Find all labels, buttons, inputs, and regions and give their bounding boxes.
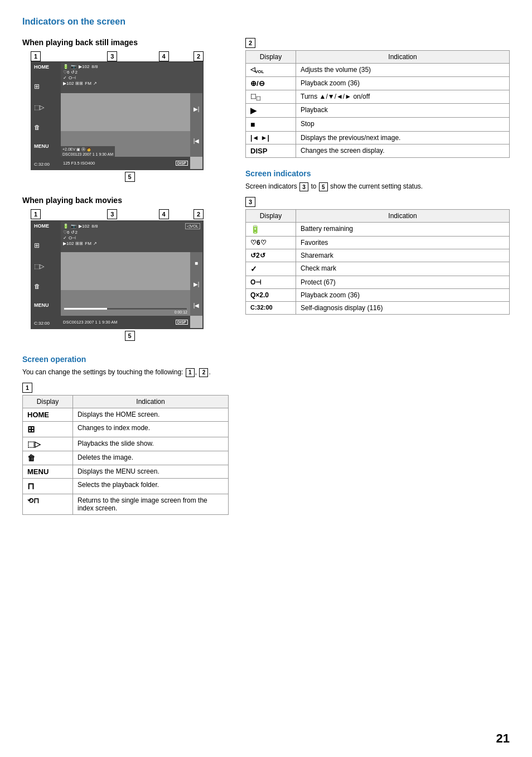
menu-label: MENU [34, 143, 59, 149]
table-row: HOME Displays the HOME screen. [23, 408, 229, 422]
table1: Display Indication HOME Displays the HOM… [22, 395, 229, 515]
table2-display-arrows: ⬚⬚ [246, 90, 296, 104]
table3-indication-qzoom: Playback zoom (36) [296, 289, 510, 302]
diagram-badge-4: 4 [159, 51, 169, 61]
table1-col-display: Display [23, 396, 73, 408]
table2-col-display: Display [246, 51, 296, 64]
heart-icon: ♡6 [63, 70, 69, 75]
diagram-badge-1: 1 [31, 51, 41, 61]
table-row: ♡6♡ Favorites [246, 237, 510, 249]
table2-indication-prevnext: Displays the previous/next image. [296, 132, 510, 144]
table2-display-play: ▶ [246, 104, 296, 118]
screen-exif-overlay: +2.0EV ▣ ⓐ 🧑 DSC00123 2007 1 1 9:30 AM [61, 146, 115, 157]
table-row: 🗑 Deletes the image. [23, 451, 229, 465]
table3-display-battery: 🔋 [246, 223, 296, 237]
arrows-icon: ⊞⊞ [75, 81, 83, 86]
hd-102: ▶102 [63, 81, 74, 86]
movie-progress: 0:00:12 [64, 307, 187, 314]
table-row: MENU Displays the MENU screen. [23, 465, 229, 479]
table1-display-folder: ⊓ [23, 479, 73, 494]
table3-indication-sharemark: Sharemark [296, 249, 510, 262]
diagram-badge-3: 3 [107, 51, 117, 61]
table2-display-stop: ■ [246, 118, 296, 132]
screen-operation-section: Screen operation You can change the sett… [22, 355, 229, 377]
counter-102: ▶102 [79, 64, 89, 69]
table3-display-qzoom: Q×2.0 [246, 289, 296, 302]
battery-icon: 🔋 [63, 64, 69, 69]
si-badge-5: 5 [319, 182, 328, 191]
table2-display-zoom: ⊕/⊖ [246, 77, 296, 90]
diagram-badge-2-still: 2 [194, 51, 204, 61]
screen-indicators-section: Screen indicators Screen indicators 3 to… [245, 169, 510, 191]
table-row: ⬚⬚ Turns ▲/▼/◄/► on/off [246, 90, 510, 104]
table1-indication-slide: Playbacks the slide show. [73, 437, 229, 451]
table2-display-disp: DISP [246, 144, 296, 158]
page-title: Indicators on the screen [22, 17, 510, 27]
screen-indicators-text: Screen indicators 3 to 5 show the curren… [245, 181, 510, 191]
screen-operation-heading: Screen operation [22, 355, 229, 364]
table2-col-indication: Indication [296, 51, 510, 64]
rotate-icon: ↺2 [71, 70, 77, 75]
table1-indication-folder: Selects the playback folder. [73, 479, 229, 494]
table1-badge: 1 [22, 383, 32, 393]
table-row: |◄ ►| Displays the previous/next image. [246, 132, 510, 144]
fm-icon: FM [85, 81, 91, 86]
file-info: DSC00123 2007 1 1 9:30 AM [62, 152, 113, 156]
movie-badge-4: 4 [159, 209, 169, 219]
image-icon: 📷 [71, 64, 76, 69]
still-images-heading: When playing back still images [22, 38, 229, 47]
table-row: ▶ Playback [246, 104, 510, 118]
table1-indication-menu: Displays the MENU screen. [73, 465, 229, 479]
table1-display-slide: ⬚▷ [23, 437, 73, 451]
next-icon: ▶| [194, 106, 200, 112]
still-images-section: When playing back still images 1 3 4 2 H… [22, 38, 229, 182]
table2-indication-stop: Stop [296, 118, 510, 132]
table1-display-menu: MENU [23, 465, 73, 479]
protect-icon: O⊣ [69, 75, 76, 80]
table3-display-check: ✓ [246, 262, 296, 276]
table1-indication-index: Changes to index mode. [73, 422, 229, 437]
movie-bottom-bar: DSC00123 2007 1 1 9:30 AM DISP [61, 316, 190, 328]
page-count: 8/8 [91, 64, 98, 69]
table2-badge: 2 [245, 38, 255, 48]
movie-section: When playing back movies 1 3 4 2 HOME ⊞ … [22, 196, 229, 341]
table-row: O⊣ Protect (67) [246, 276, 510, 289]
table1-display-index: ⊞ [23, 422, 73, 437]
table1-display-delete: 🗑 [23, 451, 73, 465]
table-row: ⊞ Changes to index mode. [23, 422, 229, 437]
table-row: ⊕/⊖ Playback zoom (36) [246, 77, 510, 90]
table2-indication-disp: Changes the screen display. [296, 144, 510, 158]
table3-col-display: Display [246, 210, 296, 223]
table-row: ✓ Check mark [246, 262, 510, 276]
delete-icon: 🗑 [34, 124, 59, 131]
index-icon: ⊞ [34, 83, 59, 90]
table2-display-prevnext: |◄ ►| [246, 132, 296, 144]
page-number: 21 [496, 731, 510, 746]
movie-image-area: 0:00:12 [61, 252, 190, 316]
table-row: ⟲⊓ Returns to the single image screen fr… [23, 494, 229, 515]
table3-display-protect: O⊣ [246, 276, 296, 289]
slideshow-icon: ⬚▷ [34, 104, 59, 111]
table-row: DISP Changes the screen display. [246, 144, 510, 158]
table3: Display Indication 🔋 Battery remaining ♡… [245, 209, 510, 315]
table1-display-single: ⟲⊓ [23, 494, 73, 515]
table1-indication-single: Returns to the single image screen from … [73, 494, 229, 515]
table-row: ■ Stop [246, 118, 510, 132]
movie-screen: HOME ⊞ ⬚▷ 🗑 MENU C:32:00 🔋 📷 ▶102 8/8 ◁V… [31, 220, 204, 329]
exposure-info: 125 F3.5 ISO400 [63, 161, 95, 166]
movie-badge-5: 5 [125, 331, 135, 341]
table1-indication-delete: Deletes the image. [73, 451, 229, 465]
table-row: C:32:00 Self-diagnosis display (116) [246, 302, 510, 315]
table3-indication-check: Check mark [296, 262, 510, 276]
table1-indication-home: Displays the HOME screen. [73, 408, 229, 422]
table-row: ⬚▷ Playbacks the slide show. [23, 437, 229, 451]
prev-icon: |◀ [194, 138, 200, 144]
table3-badge: 3 [245, 197, 255, 207]
screen-bottom-bar: 125 F3.5 ISO400 DISP [61, 157, 190, 169]
table3-display-selfdiag: C:32:00 [246, 302, 296, 315]
table3-indication-battery: Battery remaining [296, 223, 510, 237]
table3-col-indication: Indication [296, 210, 510, 223]
table2: Display Indication ◁VOL Adjusts the volu… [245, 50, 510, 158]
table2-indication-zoom: Playback zoom (36) [296, 77, 510, 90]
movie-badge-2: 2 [194, 209, 204, 219]
